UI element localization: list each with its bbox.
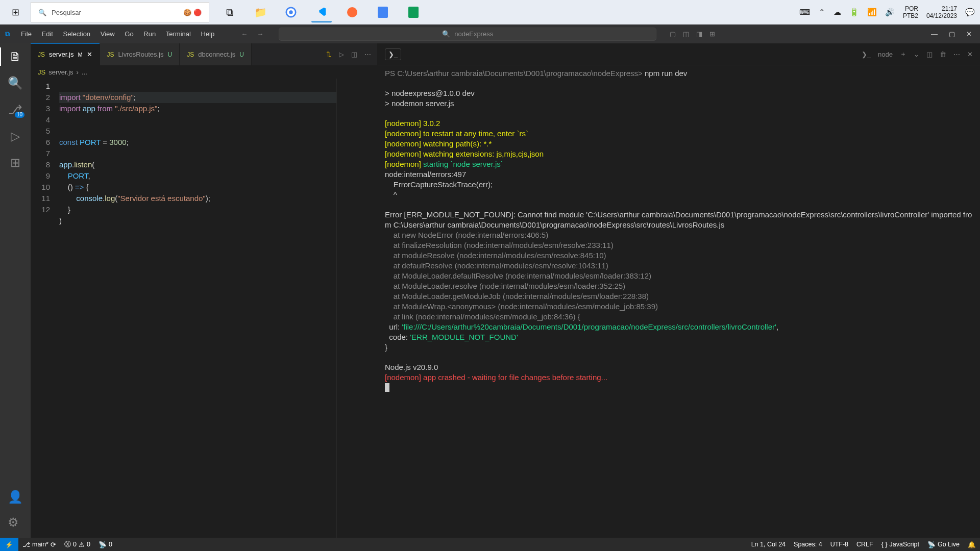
system-tray: ⌨ ⌃ ☁ 🔋 📶 🔊 POR PTB2 21:17 04/12/2023 💬 bbox=[799, 5, 980, 19]
kill-terminal-icon[interactable]: 🗑 bbox=[940, 51, 946, 58]
modified-indicator: M bbox=[78, 52, 82, 58]
close-tab-icon[interactable]: ✕ bbox=[87, 51, 92, 58]
nav-arrows: ← → bbox=[241, 30, 263, 38]
close-panel-icon[interactable]: ✕ bbox=[967, 51, 973, 58]
breadcrumb-file: server.js bbox=[48, 68, 73, 76]
terminal-panel: ❯_ ❯_ node ＋ ⌄ ◫ 🗑 ⋯ ✕ PS C:\Users\arthu… bbox=[378, 43, 980, 538]
tab-dbconnect-js[interactable]: JS dbconnect.js U bbox=[180, 43, 252, 65]
status-port[interactable]: 📡0 bbox=[94, 541, 116, 548]
menu-edit[interactable]: Edit bbox=[38, 28, 57, 40]
run-file-icon[interactable]: ▷ bbox=[339, 51, 344, 58]
tab-livrosroutes-js[interactable]: JS LivrosRoutes.js U bbox=[100, 43, 180, 65]
new-terminal-icon[interactable]: ＋ bbox=[900, 49, 906, 59]
menu-selection[interactable]: Selection bbox=[59, 28, 94, 40]
title-bar: ⧉ File Edit Selection View Go Run Termin… bbox=[0, 24, 980, 43]
code-body: import "dotenv/config";import app from "… bbox=[59, 79, 336, 538]
split-editor-icon[interactable]: ◫ bbox=[351, 51, 357, 58]
wifi-icon[interactable]: 📶 bbox=[867, 8, 877, 17]
tray-chevron-icon[interactable]: ⌃ bbox=[819, 8, 825, 17]
taskbar-search[interactable]: 🔍 Pesquisar 🍪 🔴 bbox=[31, 2, 209, 22]
menu-terminal[interactable]: Terminal bbox=[162, 28, 195, 40]
chrome-icon[interactable] bbox=[281, 2, 301, 22]
compare-icon[interactable]: ⇅ bbox=[326, 51, 332, 58]
status-language[interactable]: { } JavaScript bbox=[877, 541, 923, 548]
extensions-icon[interactable]: ⊞ bbox=[10, 156, 20, 170]
maximize-icon[interactable]: ▢ bbox=[949, 30, 955, 38]
toggle-sidebar-icon[interactable]: ◫ bbox=[683, 30, 689, 38]
terminal-tab-icon[interactable]: ❯_ bbox=[385, 48, 401, 60]
tab-label: dbconnect.js bbox=[198, 51, 235, 58]
split-terminal-icon[interactable]: ◫ bbox=[926, 51, 933, 58]
windows-taskbar: ⊞ 🔍 Pesquisar 🍪 🔴 ⧉ 📁 ⌨ ⌃ ☁ 🔋 📶 🔊 POR PT… bbox=[0, 0, 980, 24]
tab-actions: ⇅ ▷ ◫ ⋯ bbox=[326, 43, 377, 65]
account-icon[interactable]: 👤 bbox=[8, 490, 23, 504]
command-center-text: nodeExpress bbox=[454, 30, 493, 38]
battery-icon[interactable]: 🔋 bbox=[849, 8, 859, 17]
terminal-shell-icon: ❯_ bbox=[862, 51, 871, 58]
search-icon: 🔍 bbox=[442, 30, 450, 38]
scm-badge: 10 bbox=[15, 112, 24, 118]
nav-forward-icon[interactable]: → bbox=[257, 30, 263, 38]
keyboard-icon[interactable]: ⌨ bbox=[799, 8, 811, 17]
status-spaces[interactable]: Spaces: 4 bbox=[790, 541, 826, 548]
menu-file[interactable]: File bbox=[17, 28, 36, 40]
search-icon: 🔍 bbox=[38, 9, 46, 16]
status-eol[interactable]: CRLF bbox=[852, 541, 877, 548]
customize-layout-icon[interactable]: ⊞ bbox=[709, 30, 715, 38]
tray-lang[interactable]: POR PTB2 bbox=[903, 5, 918, 19]
svg-point-2 bbox=[347, 7, 357, 17]
minimize-icon[interactable]: — bbox=[931, 30, 938, 38]
status-branch[interactable]: ⎇main* ⟳ bbox=[18, 541, 60, 548]
status-problems[interactable]: ⓧ0 ⚠0 bbox=[60, 540, 94, 549]
js-file-icon: JS bbox=[38, 51, 45, 58]
start-button[interactable]: ⊞ bbox=[0, 0, 31, 24]
command-center[interactable]: 🔍 nodeExpress bbox=[279, 28, 656, 41]
minimap[interactable] bbox=[336, 79, 377, 538]
remote-button[interactable]: ⚡ bbox=[0, 538, 18, 551]
terminal-name[interactable]: node bbox=[878, 51, 893, 58]
terminal-more-icon[interactable]: ⋯ bbox=[953, 51, 960, 58]
explorer-icon[interactable]: 📁 bbox=[250, 2, 271, 22]
taskbar-apps: ⧉ 📁 bbox=[219, 2, 424, 22]
menu-view[interactable]: View bbox=[96, 28, 119, 40]
search-icon[interactable]: 🔍 bbox=[8, 76, 23, 90]
terminal-body[interactable]: PS C:\Users\arthur cambraia\Documents\D0… bbox=[378, 65, 980, 538]
nav-back-icon[interactable]: ← bbox=[241, 30, 248, 38]
menu-help[interactable]: Help bbox=[197, 28, 219, 40]
status-bar: ⚡ ⎇main* ⟳ ⓧ0 ⚠0 📡0 Ln 1, Col 24 Spaces:… bbox=[0, 538, 980, 551]
postman-icon[interactable] bbox=[342, 2, 362, 22]
volume-icon[interactable]: 🔊 bbox=[885, 8, 895, 17]
activity-bar: 🗎 🔍 ⎇10 ▷ ⊞ 👤 ⚙ bbox=[0, 43, 31, 538]
docs-icon[interactable] bbox=[373, 2, 393, 22]
status-cursor[interactable]: Ln 1, Col 24 bbox=[747, 541, 790, 548]
toggle-panel-icon[interactable]: ▢ bbox=[670, 30, 676, 38]
menu-bar: File Edit Selection View Go Run Terminal… bbox=[17, 30, 218, 38]
tray-clock[interactable]: 21:17 04/12/2023 bbox=[926, 5, 957, 19]
more-actions-icon[interactable]: ⋯ bbox=[364, 51, 371, 58]
sheets-icon[interactable] bbox=[403, 2, 424, 22]
status-golive[interactable]: 📡Go Live bbox=[923, 541, 964, 548]
layout-controls: ▢ ◫ ◨ ⊞ bbox=[670, 30, 715, 38]
task-view-icon[interactable]: ⧉ bbox=[219, 2, 240, 22]
close-icon[interactable]: ✕ bbox=[966, 30, 972, 38]
tab-server-js[interactable]: JS server.js M ✕ bbox=[31, 43, 100, 65]
notifications-icon[interactable]: 💬 bbox=[965, 8, 975, 17]
code-editor[interactable]: 1 2 3 4 5 6 7 8 9 10 11 12 import "doten… bbox=[31, 79, 377, 538]
window-controls: — ▢ ✕ bbox=[931, 30, 980, 38]
explorer-icon[interactable]: 🗎 bbox=[9, 49, 21, 64]
terminal-dropdown-icon[interactable]: ⌄ bbox=[914, 51, 919, 58]
menu-run[interactable]: Run bbox=[139, 28, 160, 40]
status-encoding[interactable]: UTF-8 bbox=[826, 541, 852, 548]
editor-group: JS server.js M ✕ JS LivrosRoutes.js U JS… bbox=[31, 43, 378, 538]
debug-icon[interactable]: ▷ bbox=[11, 129, 20, 143]
toggle-secondary-icon[interactable]: ◨ bbox=[696, 30, 702, 38]
main-row: 🗎 🔍 ⎇10 ▷ ⊞ 👤 ⚙ JS server.js M ✕ bbox=[0, 43, 980, 538]
settings-gear-icon[interactable]: ⚙ bbox=[8, 515, 23, 530]
onedrive-icon[interactable]: ☁ bbox=[834, 8, 841, 17]
status-bell-icon[interactable]: 🔔 bbox=[964, 541, 980, 548]
vscode-taskbar-icon[interactable] bbox=[311, 2, 332, 22]
branch-icon: ⎇ bbox=[22, 541, 30, 548]
scm-icon[interactable]: ⎇10 bbox=[8, 103, 22, 117]
breadcrumb[interactable]: JS server.js › ... bbox=[31, 65, 377, 79]
menu-go[interactable]: Go bbox=[120, 28, 137, 40]
